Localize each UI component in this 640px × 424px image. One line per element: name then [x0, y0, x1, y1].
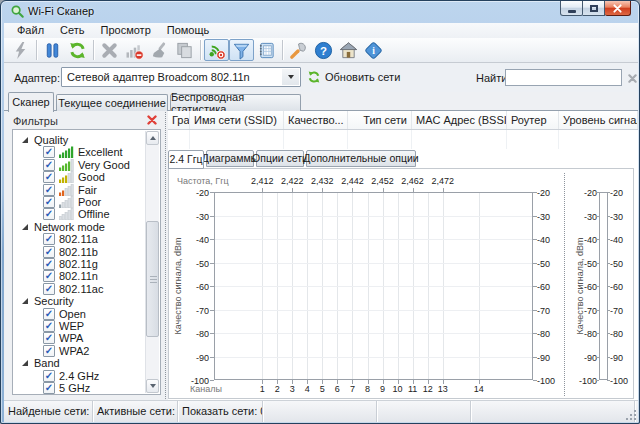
filter-item-Excellent[interactable]: ✓Excellent [43, 146, 123, 158]
toolbar-remove-signal-button[interactable] [122, 39, 147, 61]
checkbox-5 GHz[interactable]: ✓ [43, 382, 55, 394]
filter-item-802.11n[interactable]: ✓802.11n [43, 270, 98, 282]
checkbox-Very Good[interactable]: ✓ [43, 159, 55, 171]
resize-grip-icon[interactable] [625, 409, 637, 421]
menu-item-2[interactable]: Сеть [52, 23, 92, 38]
menu-item-3[interactable]: Просмотр [93, 23, 159, 38]
chart-tab-Диаграммы[interactable]: Диаграммы [206, 150, 254, 167]
filter-item-WPA[interactable]: ✓WPA [43, 332, 83, 344]
column-header-5[interactable]: MAC Адрес (BSSID) [412, 111, 507, 129]
filter-group-Quality[interactable]: Quality [22, 134, 68, 146]
checkbox-Open[interactable]: ✓ [43, 308, 55, 320]
filter-group-Band[interactable]: Band [22, 357, 60, 369]
filter-item-5 GHz[interactable]: ✓5 GHz [43, 382, 90, 394]
checkbox-802.11n[interactable]: ✓ [43, 270, 55, 282]
toolbar-pause-scan-button[interactable] [40, 39, 65, 61]
filter-item-2.4 GHz[interactable]: ✓2.4 GHz [43, 370, 99, 382]
column-header-3[interactable]: Качество...▼ [284, 111, 348, 129]
filter-item-Very Good[interactable]: ✓Very Good [43, 159, 130, 171]
scroll-up-button[interactable] [146, 131, 159, 145]
secondary-y-tick-left: -50 [570, 259, 597, 269]
filters-scrollbar[interactable] [145, 131, 159, 393]
toolbar-show-inactive-networks-button[interactable] [204, 39, 229, 61]
filter-item-Poor[interactable]: ✓Poor [43, 196, 101, 208]
secondary-y-tick-right: -20 [610, 188, 623, 198]
toolbar-homepage-button[interactable] [336, 39, 361, 61]
checkbox-Excellent[interactable]: ✓ [43, 146, 55, 158]
toolbar-start-scan-button[interactable] [8, 39, 33, 61]
tick-mark [607, 216, 610, 217]
filter-item-802.11a[interactable]: ✓802.11a [43, 233, 98, 245]
column-header-6[interactable]: Роутер [507, 111, 559, 129]
filter-item-Good[interactable]: ✓Good [43, 171, 105, 183]
menu-item-1[interactable]: Файл [9, 23, 52, 38]
filter-item-Fair[interactable]: ✓Fair [43, 184, 97, 196]
checkbox-2.4 GHz[interactable]: ✓ [43, 370, 55, 382]
refresh-networks-button[interactable]: Обновить сети [307, 70, 400, 84]
toolbar-delete-network-button[interactable] [97, 39, 122, 61]
close-filters-button[interactable] [147, 115, 157, 127]
expander-icon[interactable] [22, 137, 28, 143]
expander-icon[interactable] [22, 360, 28, 366]
status-section-2: Активные сети: 0 [93, 401, 178, 422]
column-header-2[interactable]: Имя сети (SSID) [190, 111, 284, 129]
checkbox-WEP[interactable]: ✓ [43, 320, 55, 332]
column-header-4[interactable]: Тип сети [348, 111, 412, 129]
filter-item-label: Open [59, 308, 86, 320]
filter-item-802.11b[interactable]: ✓802.11b [43, 246, 98, 258]
chart-tab-Опции сети[interactable]: Опции сети [256, 150, 304, 167]
toolbar-report-button[interactable] [254, 39, 279, 61]
adapter-combobox-arrow[interactable] [282, 69, 299, 85]
expander-icon[interactable] [22, 224, 28, 230]
toolbar-copy-button[interactable] [172, 39, 197, 61]
checkbox-802.11b[interactable]: ✓ [43, 246, 55, 258]
refresh-icon [307, 70, 321, 84]
filter-item-Open[interactable]: ✓Open [43, 308, 86, 320]
toolbar-about-button[interactable]: i [361, 39, 386, 61]
panel-splitter[interactable] [165, 112, 166, 399]
checkbox-WPA[interactable]: ✓ [43, 332, 55, 344]
search-input[interactable] [506, 70, 621, 85]
filter-item-WEP[interactable]: ✓WEP [43, 320, 84, 332]
chart-tab-Дополнительные опции[interactable]: Дополнительные опции [306, 150, 416, 167]
scroll-down-button[interactable] [146, 379, 159, 393]
checkbox-Poor[interactable]: ✓ [43, 196, 55, 208]
toolbar-rescan-button[interactable] [65, 39, 90, 61]
tab-Текущее соединение[interactable]: Текущее соединение [56, 94, 168, 111]
checkbox-WPA2[interactable]: ✓ [43, 345, 55, 357]
toolbar-clear-list-button[interactable] [147, 39, 172, 61]
maximize-button[interactable] [583, 1, 605, 16]
filter-item-WPA2[interactable]: ✓WPA2 [43, 345, 89, 357]
maximize-icon [590, 5, 598, 12]
menu-item-4[interactable]: Помощь [159, 23, 218, 38]
checkbox-802.11ac[interactable]: ✓ [43, 283, 55, 295]
filter-group-Security[interactable]: Security [22, 295, 74, 307]
filter-item-802.11g[interactable]: ✓802.11g [43, 258, 98, 270]
chart-splitter[interactable] [564, 173, 565, 396]
filter-item-802.11ac[interactable]: ✓802.11ac [43, 283, 103, 295]
expander-icon[interactable] [22, 298, 28, 304]
filter-group-Network mode[interactable]: Network mode [22, 221, 105, 233]
chart-tab-2.4 Ггц[interactable]: 2.4 Ггц [168, 150, 204, 169]
filter-item-Offline[interactable]: ✓Offline [43, 208, 110, 220]
toolbar-help-button[interactable]: ? [311, 39, 336, 61]
column-header-1[interactable]: График [168, 111, 190, 129]
tick-mark [596, 333, 599, 334]
checkbox-Offline[interactable]: ✓ [43, 208, 55, 220]
minimize-button[interactable] [560, 1, 583, 16]
signal-offline-icon [59, 208, 74, 220]
toolbar-show-filters-button[interactable] [229, 39, 254, 61]
tab-Беспроводная статистика[interactable]: Беспроводная статистика [170, 94, 301, 111]
tick-mark [607, 263, 610, 264]
checkbox-Fair[interactable]: ✓ [43, 184, 55, 196]
column-header-7[interactable]: Уровень сигнал... [559, 111, 638, 129]
scrollbar-thumb[interactable] [146, 221, 159, 337]
checkbox-802.11g[interactable]: ✓ [43, 258, 55, 270]
close-button[interactable] [605, 1, 631, 16]
clear-search-button[interactable] [628, 73, 637, 85]
checkbox-802.11a[interactable]: ✓ [43, 233, 55, 245]
tab-Сканер[interactable]: Сканер [8, 92, 54, 112]
adapter-combobox[interactable]: Сетевой адаптер Broadcom 802.11n [61, 67, 301, 87]
checkbox-Good[interactable]: ✓ [43, 171, 55, 183]
toolbar-settings-button[interactable] [286, 39, 311, 61]
